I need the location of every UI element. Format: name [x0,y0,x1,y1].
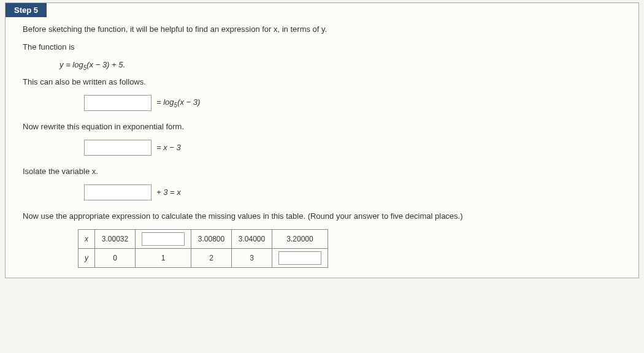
x-header: x [79,229,95,248]
step-header: Step 5 [6,3,47,17]
formula-y: y [59,60,64,69]
step-card: Step 5 Before sketching the function, it… [5,2,639,278]
intro-text: Before sketching the function, it will b… [23,25,621,34]
formula-eq: = log [66,60,83,69]
equation-2: = x − 3 [84,140,621,156]
y-cell-3: 3 [232,248,272,267]
y-cell-0: 0 [95,248,136,267]
equation-3: + 3 = x [84,184,621,200]
x-cell-4: 3.20000 [272,229,328,248]
eq1-input[interactable] [84,95,151,111]
exponential-lead: Now rewrite this equation in exponential… [23,122,621,131]
table-row: y 0 1 2 3 [79,248,328,267]
y-cell-1: 1 [136,248,191,267]
rewrite-lead: This can also be written as follows. [23,77,621,86]
formula-rest: (x − 3) + 5. [86,60,125,69]
values-table: x 3.00032 3.00800 3.04000 3.20000 y 0 1 … [78,229,328,268]
x-cell-0: 3.00032 [95,229,136,248]
equation-1: = log5(x − 3) [84,95,621,111]
eq3-rhs: + 3 = x [156,188,181,197]
x-cell-2: 3.00800 [191,229,232,248]
x-input-1[interactable] [142,232,185,246]
step-content: Before sketching the function, it will b… [6,17,638,278]
y-header: y [79,248,95,267]
isolate-lead: Isolate the variable x. [23,167,621,176]
function-formula: y = log5(x − 3) + 5. [59,60,621,71]
values-table-wrap: x 3.00032 3.00800 3.04000 3.20000 y 0 1 … [78,229,621,268]
table-row: x 3.00032 3.00800 3.04000 3.20000 [79,229,328,248]
eq1-rhs: = log5(x − 3) [156,97,200,108]
table-lead: Now use the appropriate expression to ca… [23,211,621,221]
function-lead: The function is [23,42,621,51]
x-cell-3: 3.04000 [232,229,272,248]
eq2-input[interactable] [84,140,151,156]
y-input-4[interactable] [278,251,321,265]
y-cell-2: 2 [191,248,232,267]
y-cell-4 [272,248,328,267]
x-cell-1 [136,229,191,248]
eq2-rhs: = x − 3 [156,143,181,152]
eq3-input[interactable] [84,184,151,200]
